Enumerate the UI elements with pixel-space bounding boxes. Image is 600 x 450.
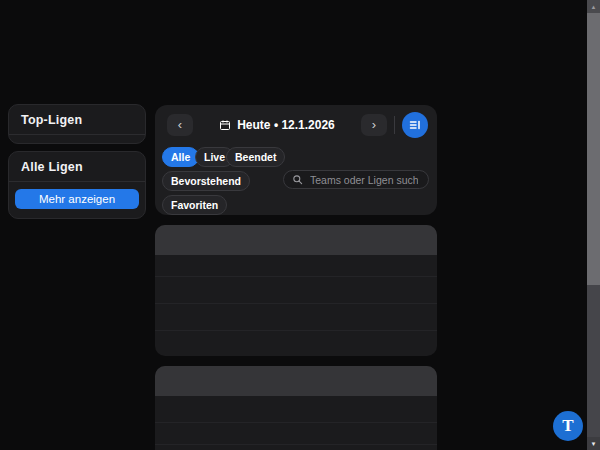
top-leagues-title: Top-Ligen: [9, 105, 145, 134]
all-leagues-title: Alle Ligen: [9, 152, 145, 181]
filter-chip-favoriten[interactable]: Favoriten: [162, 195, 227, 215]
scrollbar-thumb[interactable]: [587, 13, 600, 285]
league-header[interactable]: [155, 225, 437, 255]
filter-panel: ‹ Heute • 12.1.2026 ›: [155, 105, 437, 215]
divider: [9, 134, 145, 135]
chevron-left-icon: ‹: [178, 115, 182, 135]
search-input[interactable]: [308, 173, 420, 187]
arrow-up-icon: ▲: [591, 4, 597, 10]
match-row[interactable]: [155, 422, 437, 444]
search-field-container: [283, 170, 429, 189]
calendar-icon: [219, 119, 231, 131]
next-day-button[interactable]: ›: [361, 114, 387, 136]
match-row[interactable]: [155, 396, 437, 422]
chevron-right-icon: ›: [372, 115, 376, 135]
match-row[interactable]: [155, 330, 437, 355]
view-toggle-button[interactable]: [402, 112, 428, 138]
date-navigation-bar: ‹ Heute • 12.1.2026 ›: [155, 105, 437, 138]
theme-fab-button[interactable]: T: [553, 411, 583, 441]
current-date: Heute • 12.1.2026: [193, 118, 361, 132]
scroll-down-button[interactable]: ▼: [587, 437, 600, 450]
serif-t-icon: T: [562, 416, 573, 436]
match-group-card: [155, 225, 437, 356]
match-group-card: [155, 366, 437, 450]
search-icon: [292, 174, 303, 185]
divider: [394, 116, 395, 134]
vertical-scrollbar[interactable]: ▲ ▼: [587, 0, 600, 450]
date-label: Heute • 12.1.2026: [237, 118, 335, 132]
arrow-down-icon: ▼: [591, 441, 597, 447]
filter-chip-bevorstehend[interactable]: Bevorstehend: [162, 171, 250, 191]
previous-day-button[interactable]: ‹: [167, 114, 193, 136]
match-row[interactable]: [155, 303, 437, 330]
match-row[interactable]: [155, 444, 437, 450]
divider: [9, 181, 145, 182]
filter-chip-alle[interactable]: Alle: [162, 147, 199, 167]
all-leagues-card: Alle Ligen Mehr anzeigen: [8, 151, 146, 219]
match-row[interactable]: [155, 276, 437, 303]
scroll-up-button[interactable]: ▲: [587, 0, 600, 13]
list-lines-icon: [409, 119, 421, 131]
match-row[interactable]: [155, 255, 437, 276]
league-header[interactable]: [155, 366, 437, 396]
filter-chip-beendet[interactable]: Beendet: [226, 147, 285, 167]
show-more-button[interactable]: Mehr anzeigen: [15, 189, 139, 209]
top-leagues-card: Top-Ligen: [8, 104, 146, 144]
